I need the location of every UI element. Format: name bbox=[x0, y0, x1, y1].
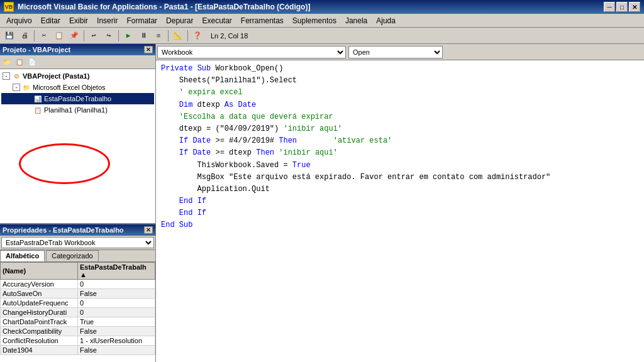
menu-item-editar[interactable]: Editar bbox=[37, 15, 64, 26]
code-line: End Sub bbox=[161, 219, 639, 231]
menu-item-executar[interactable]: Executar bbox=[198, 15, 235, 26]
code-line: Dim dtexp As Date bbox=[161, 99, 639, 111]
project-toolbar-btn-1[interactable]: 📁 bbox=[1, 57, 13, 67]
menu-item-formatar[interactable]: Formatar bbox=[123, 15, 161, 26]
project-toolbar-btn-3[interactable]: 📄 bbox=[26, 57, 38, 67]
toolbar-btn-design[interactable]: 📐 bbox=[171, 30, 185, 42]
tree-item[interactable]: -📁Microsoft Excel Objetos bbox=[1, 82, 154, 93]
tree-item[interactable]: 📋Planilha1 (Planilha1) bbox=[1, 104, 154, 116]
project-panel-title: Projeto - VBAProject ✕ bbox=[0, 44, 155, 55]
code-line: 'Escolha a data que deverá expirar bbox=[161, 111, 639, 123]
props-row[interactable]: Date1904False bbox=[1, 346, 155, 355]
props-tab-alpha[interactable]: Alfabético bbox=[0, 250, 45, 261]
title-bar-icon: VB bbox=[4, 2, 14, 12]
code-line: End If bbox=[161, 195, 639, 207]
code-line: ThisWorkbook.Saved = True bbox=[161, 160, 639, 172]
menu-bar: ArquivoEditarExibirInserirFormatarDepura… bbox=[0, 14, 644, 28]
props-row[interactable]: ConflictResolution1 - xlUserResolution bbox=[1, 336, 155, 346]
toolbar-btn-pause[interactable]: ⏸ bbox=[136, 30, 150, 42]
code-line: dtexp = ("04/09/2019") 'inibir aqui' bbox=[161, 123, 639, 135]
props-row[interactable]: CheckCompatibilityFalse bbox=[1, 327, 155, 336]
toolbar-btn-cut[interactable]: ✂ bbox=[37, 30, 51, 42]
toolbar-btn-copy[interactable]: 📋 bbox=[52, 30, 66, 42]
menu-item-depurar[interactable]: Depurar bbox=[162, 15, 197, 26]
title-bar-text: Microsoft Visual Basic for Applications … bbox=[18, 3, 310, 11]
properties-panel-close[interactable]: ✕ bbox=[144, 226, 153, 234]
toolbar-btn-undo[interactable]: ↩ bbox=[87, 30, 101, 42]
menu-item-ajuda[interactable]: Ajuda bbox=[372, 15, 399, 26]
menu-item-inserir[interactable]: Inserir bbox=[93, 15, 121, 26]
code-line: Sheets("Planilha1").Select bbox=[161, 75, 639, 87]
toolbar-btn-paste[interactable]: 📌 bbox=[67, 30, 81, 42]
menu-item-ferramentas[interactable]: Ferramentas bbox=[237, 15, 287, 26]
props-tab-cat[interactable]: Categorizado bbox=[46, 250, 98, 261]
props-row[interactable]: ChangeHistoryDurati0 bbox=[1, 308, 155, 317]
code-line: MsgBox "Este arquivo está expirado. Favo… bbox=[161, 172, 639, 184]
toolbar: 💾 🖨 ✂ 📋 📌 ↩ ↪ ▶ ⏸ ■ 📐 ❓ Ln 2, Col 18 bbox=[0, 28, 644, 44]
toolbar-info: Ln 2, Col 18 bbox=[211, 32, 248, 40]
code-area[interactable]: Private Sub Workbook_Open() Sheets("Plan… bbox=[156, 60, 644, 362]
menu-item-arquivo[interactable]: Arquivo bbox=[3, 15, 36, 26]
code-line: Application.Quit bbox=[161, 184, 639, 195]
object-dropdown[interactable]: Workbook bbox=[157, 46, 346, 58]
props-row[interactable]: AutoUpdateFrequenc0 bbox=[1, 299, 155, 308]
code-line: ' expira excel bbox=[161, 87, 639, 99]
toolbar-btn-redo[interactable]: ↪ bbox=[102, 30, 116, 42]
toolbar-btn-run[interactable]: ▶ bbox=[121, 30, 135, 42]
code-line: If Date >= dtexp Then 'inibir aqui' bbox=[161, 147, 639, 159]
tree-item[interactable]: 📊EstaPastaDeTrabalho bbox=[1, 93, 154, 104]
toolbar-btn-print[interactable]: 🖨 bbox=[18, 30, 31, 42]
code-line: Private Sub Workbook_Open() bbox=[161, 63, 639, 75]
maximize-button[interactable]: □ bbox=[616, 2, 628, 12]
procedure-dropdown[interactable]: Open bbox=[348, 46, 443, 58]
title-bar: VB Microsoft Visual Basic for Applicatio… bbox=[0, 0, 644, 14]
minimize-button[interactable]: ─ bbox=[604, 2, 615, 12]
code-line: End If bbox=[161, 207, 639, 219]
toolbar-btn-stop[interactable]: ■ bbox=[152, 30, 165, 42]
properties-object-select[interactable]: EstaPastraDeTrab Workbook bbox=[1, 237, 154, 248]
properties-panel-title: Propriedades - EstaPastaDeTrabalho ✕ bbox=[0, 224, 155, 236]
project-panel-close[interactable]: ✕ bbox=[144, 46, 153, 53]
code-line: If Date >= #4/9/2019# Then 'ativar esta' bbox=[161, 135, 639, 147]
props-row[interactable]: AutoSaveOnFalse bbox=[1, 289, 155, 299]
tree-item[interactable]: -⚙VBAProject (Pasta1) bbox=[1, 70, 154, 82]
props-row[interactable]: ChartDataPointTrackTrue bbox=[1, 317, 155, 327]
menu-item-janela[interactable]: Janela bbox=[341, 15, 371, 26]
menu-item-exibir[interactable]: Exibir bbox=[65, 15, 92, 26]
props-row[interactable]: AccuracyVersion0 bbox=[1, 280, 155, 289]
menu-item-suplementos[interactable]: Suplementos bbox=[289, 15, 340, 26]
project-toolbar-btn-2[interactable]: 📋 bbox=[14, 57, 25, 67]
close-button[interactable]: ✕ bbox=[629, 2, 640, 12]
toolbar-btn-help[interactable]: ❓ bbox=[191, 30, 204, 42]
toolbar-btn-save[interactable]: 💾 bbox=[3, 30, 16, 42]
